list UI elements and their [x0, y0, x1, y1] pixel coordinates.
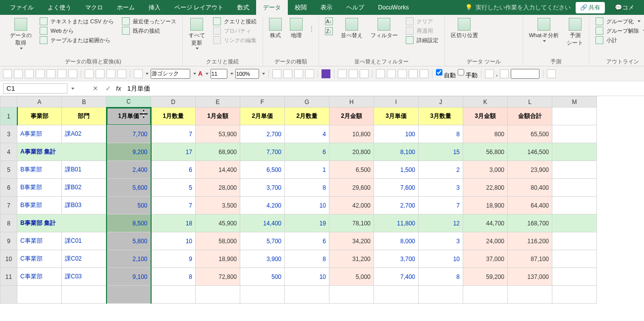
cell[interactable]: 9	[151, 250, 196, 268]
cell[interactable]: 1	[285, 161, 329, 179]
cell[interactable]: C事業部	[17, 268, 62, 286]
header-cell[interactable]: 1月金額	[196, 107, 240, 125]
align-icon[interactable]	[107, 69, 115, 78]
cell[interactable]: B事業部	[17, 197, 62, 214]
cell[interactable]: 23,900	[508, 161, 552, 179]
cell[interactable]: 45,900	[196, 214, 240, 232]
cell[interactable]: 80,400	[508, 179, 552, 197]
cell[interactable]	[552, 197, 597, 214]
cell[interactable]: 課C03	[62, 268, 107, 286]
cell[interactable]: 68,900	[196, 143, 240, 161]
cell[interactable]: 7	[151, 125, 196, 143]
cell[interactable]: 14,400	[240, 214, 285, 232]
cell[interactable]: 34,200	[329, 232, 374, 250]
cell[interactable]	[552, 179, 597, 197]
cell[interactable]: A事業部	[17, 125, 62, 143]
header-cell[interactable]: 3月金額	[463, 107, 508, 125]
cell[interactable]	[17, 286, 62, 304]
qat-icon[interactable]	[57, 69, 66, 78]
cell[interactable]: 137,000	[508, 268, 552, 286]
share-button[interactable]: 🔗共有	[576, 2, 605, 13]
row-header[interactable]: 3	[0, 125, 17, 143]
cell[interactable]: 課C01	[62, 232, 107, 250]
cell[interactable]: 課A02	[62, 125, 107, 143]
col-header-F[interactable]: F	[240, 97, 285, 107]
tab-home[interactable]: ホーム	[110, 0, 142, 15]
header-cell[interactable]: 2月単価	[240, 107, 285, 125]
cell[interactable]: 18	[151, 214, 196, 232]
row-header[interactable]: 10	[0, 250, 17, 268]
cell[interactable]: 8	[151, 268, 196, 286]
cell[interactable]: 18,900	[463, 197, 508, 214]
cell[interactable]: 3	[419, 179, 463, 197]
fx-icon[interactable]: fx	[116, 85, 121, 92]
cell[interactable]: 100	[374, 125, 419, 143]
qat-icon[interactable]	[25, 69, 34, 78]
cell[interactable]	[552, 286, 597, 304]
edit-links-button[interactable]: リンクの編集	[211, 36, 259, 45]
formula-input[interactable]	[124, 84, 641, 93]
tab-page-layout[interactable]: ページ レイアウト	[167, 0, 230, 15]
subtotal-button[interactable]: 小計	[593, 36, 644, 45]
cell[interactable]	[552, 214, 597, 232]
col-header-G[interactable]: G	[285, 97, 329, 107]
tell-me-search[interactable]: 💡 実行したい作業を入力してください	[460, 3, 576, 12]
cell[interactable]: 4,200	[240, 197, 285, 214]
data-type-more[interactable]: ⋮	[309, 25, 315, 32]
font-color-icon[interactable]: A	[198, 70, 203, 77]
cell[interactable]: 5,600	[107, 179, 151, 197]
qat-icon[interactable]	[96, 69, 105, 78]
cell[interactable]: 500	[240, 268, 285, 286]
cell[interactable]: 4	[285, 125, 329, 143]
cell[interactable]: 6	[285, 143, 329, 161]
cell[interactable]: 2,100	[107, 250, 151, 268]
cell[interactable]: 6,500	[329, 161, 374, 179]
cell[interactable]: 8,100	[374, 143, 419, 161]
tab-insert[interactable]: 挿入	[142, 0, 167, 15]
cell[interactable]: 3,700	[240, 179, 285, 197]
cell[interactable]: 7,600	[374, 179, 419, 197]
geography-button[interactable]: 地理	[288, 17, 305, 40]
qat-icon[interactable]	[305, 69, 314, 78]
qat-icon[interactable]	[547, 69, 556, 78]
cell[interactable]: 500	[107, 197, 151, 214]
cell[interactable]	[285, 286, 329, 304]
cell[interactable]: 78,100	[329, 214, 374, 232]
qat-icon[interactable]	[272, 69, 281, 78]
cell[interactable]: 2	[419, 161, 463, 179]
stocks-button[interactable]: 株式	[267, 17, 284, 40]
header-cell[interactable]: 3月単価	[374, 107, 419, 125]
row-header[interactable]: 4	[0, 143, 17, 161]
from-web-button[interactable]: Web から	[38, 26, 116, 35]
tab-view[interactable]: 表示	[314, 0, 339, 15]
cell[interactable]: 3,700	[374, 250, 419, 268]
reapply-filter-button[interactable]: 再適用	[404, 26, 440, 35]
cell[interactable]: 8	[285, 250, 329, 268]
sort-dialog-button[interactable]: 並べ替え	[339, 17, 365, 40]
cell[interactable]: 8,500	[107, 214, 151, 232]
cell[interactable]: 24,000	[463, 232, 508, 250]
cell[interactable]: 8,000	[374, 232, 419, 250]
recent-sources-button[interactable]: 最近使ったソース	[120, 17, 178, 26]
cell[interactable]	[151, 286, 196, 304]
pointer-icon[interactable]	[376, 69, 385, 78]
sort-asc-button[interactable]: A↓	[323, 17, 335, 26]
cell[interactable]: 課B03	[62, 197, 107, 214]
cell[interactable]	[62, 286, 107, 304]
cell[interactable]: 6	[151, 161, 196, 179]
qat-name-box[interactable]	[511, 69, 539, 79]
whatif-button[interactable]: What-If 分析	[527, 17, 561, 43]
col-header-M[interactable]: M	[552, 97, 597, 107]
queries-connections-button[interactable]: クエリと接続	[211, 17, 259, 26]
cell[interactable]: 課B02	[62, 179, 107, 197]
cell[interactable]: 11,800	[374, 214, 419, 232]
cell[interactable]	[240, 286, 285, 304]
cell[interactable]: 課C02	[62, 250, 107, 268]
cell[interactable]: 2,700	[240, 125, 285, 143]
cell[interactable]: 6,500	[240, 161, 285, 179]
calc-auto-toggle[interactable]: 自動	[436, 67, 456, 80]
qat-icon[interactable]	[14, 69, 23, 78]
cell[interactable]	[62, 143, 107, 161]
cell[interactable]: 課B01	[62, 161, 107, 179]
cell[interactable]: 10	[285, 197, 329, 214]
